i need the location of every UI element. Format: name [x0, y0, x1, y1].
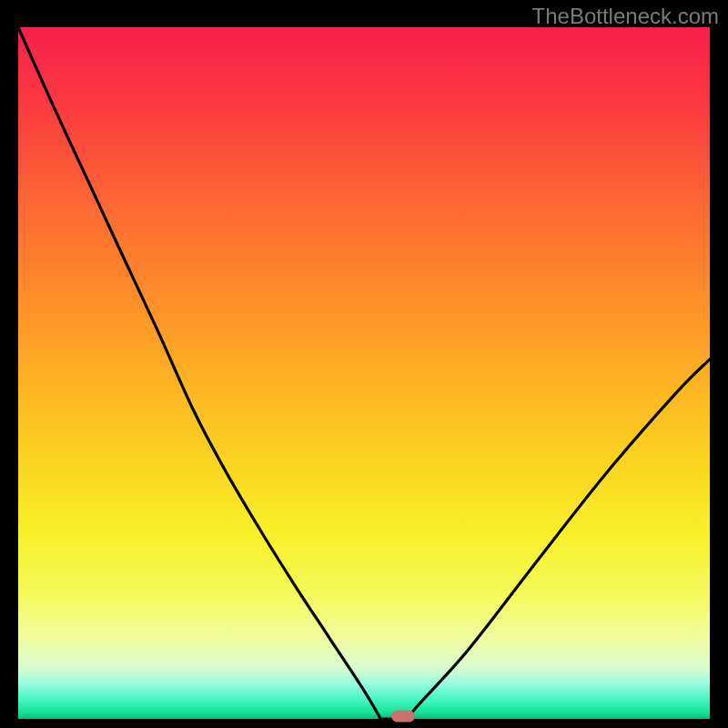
- attribution-text: TheBottleneck.com: [532, 4, 719, 29]
- chart-svg: [18, 27, 710, 719]
- optimal-point-marker: [391, 710, 415, 722]
- bottleneck-curve: [18, 27, 710, 719]
